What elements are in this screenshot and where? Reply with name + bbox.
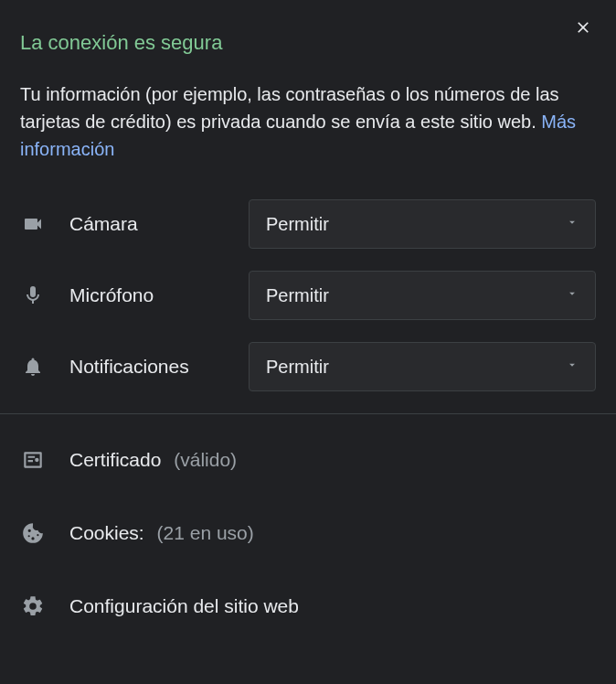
menu-label: Configuración del sitio web: [69, 595, 299, 617]
certificate-icon: [20, 447, 46, 473]
permission-value: Permitir: [266, 214, 329, 235]
permission-row-microphone: Micrófono Permitir: [20, 271, 596, 320]
description-body: Tu información (por ejemplo, las contras…: [20, 84, 559, 132]
permission-row-notifications: Notificaciones Permitir: [20, 342, 596, 391]
menu-label-status: (válido): [174, 449, 237, 470]
menu-site-settings[interactable]: Configuración del sitio web: [20, 570, 596, 643]
permission-label: Notificaciones: [69, 356, 249, 378]
menu-certificate[interactable]: Certificado (válido): [20, 423, 596, 497]
menu-label-text: Certificado: [69, 449, 161, 470]
permission-row-camera: Cámara Permitir: [20, 199, 596, 249]
page-title: La conexión es segura: [20, 31, 596, 55]
close-button[interactable]: [570, 16, 596, 42]
description-text: Tu información (por ejemplo, las contras…: [20, 80, 596, 163]
permission-select-camera[interactable]: Permitir: [249, 199, 596, 249]
menu-label-status: (21 en uso): [157, 522, 254, 543]
cookie-icon: [20, 520, 46, 546]
chevron-down-icon: [566, 216, 579, 232]
menu-label: Cookies: (21 en uso): [69, 522, 254, 544]
gear-icon: [20, 593, 46, 619]
permission-label: Micrófono: [69, 284, 249, 306]
microphone-icon: [20, 283, 46, 308]
permission-select-notifications[interactable]: Permitir: [249, 342, 596, 391]
close-icon: [574, 18, 592, 40]
chevron-down-icon: [566, 287, 579, 304]
menu-label-text: Cookies:: [69, 522, 144, 543]
bell-icon: [20, 354, 46, 379]
menu-cookies[interactable]: Cookies: (21 en uso): [20, 497, 596, 570]
chevron-down-icon: [566, 358, 579, 375]
permission-value: Permitir: [266, 285, 329, 306]
permission-select-microphone[interactable]: Permitir: [249, 271, 596, 320]
camera-icon: [20, 211, 46, 237]
site-info-panel: La conexión es segura Tu información (po…: [0, 0, 616, 643]
menu-label: Certificado (válido): [69, 449, 237, 471]
permission-value: Permitir: [266, 357, 329, 378]
permission-label: Cámara: [69, 213, 249, 235]
